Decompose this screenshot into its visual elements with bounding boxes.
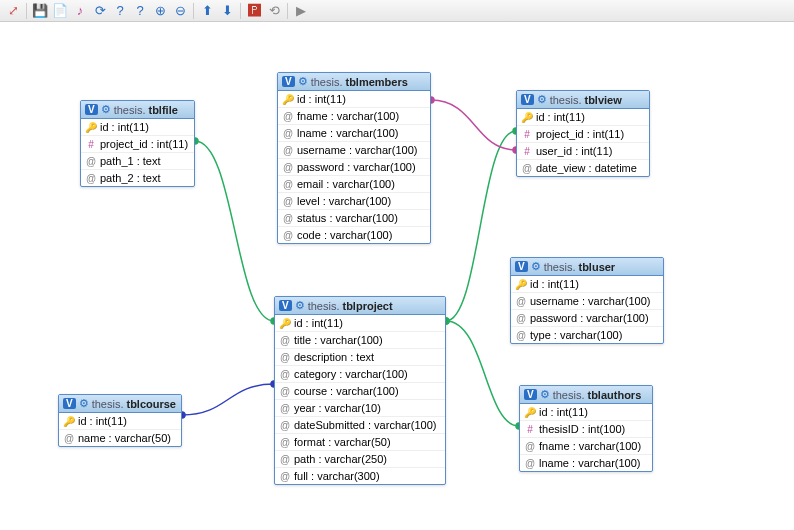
column-row[interactable]: @format : varchar(50) (275, 434, 445, 451)
toolbar-separator (193, 3, 194, 19)
table-name: tblproject (342, 300, 392, 312)
column-row[interactable]: #user_id : int(11) (517, 143, 649, 160)
toolbar: ⤢💾📄♪⟳??⊕⊖⬆⬇🅿⟲▶ (0, 0, 794, 22)
column-row[interactable]: @status : varchar(100) (278, 210, 430, 227)
v-badge-icon: V (282, 76, 295, 87)
schema-label: thesis. (114, 104, 146, 116)
open-icon[interactable]: ⬆ (198, 2, 216, 20)
column-row[interactable]: @course : varchar(100) (275, 383, 445, 400)
column-row[interactable]: @description : text (275, 349, 445, 366)
gear-icon[interactable]: ⚙ (295, 299, 305, 312)
table-header[interactable]: V⚙thesis.tblmembers (278, 73, 430, 91)
column-row[interactable]: @fname : varchar(100) (278, 108, 430, 125)
zoom-out-icon[interactable]: ⊖ (171, 2, 189, 20)
table-tblfile[interactable]: V⚙thesis.tblfile🔑id : int(11)#project_id… (80, 100, 195, 187)
gear-icon[interactable]: ⚙ (298, 75, 308, 88)
gear-icon[interactable]: ⚙ (540, 388, 550, 401)
table-tblproject[interactable]: V⚙thesis.tblproject🔑id : int(11)@title :… (274, 296, 446, 485)
pdf-icon[interactable]: 🅿 (245, 2, 263, 20)
table-tblview[interactable]: V⚙thesis.tblview🔑id : int(11)#project_id… (516, 90, 650, 177)
column-row[interactable]: @email : varchar(100) (278, 176, 430, 193)
script-icon[interactable]: ♪ (71, 2, 89, 20)
column-type-icon: @ (86, 156, 96, 167)
help-icon[interactable]: ? (111, 2, 129, 20)
column-type-icon: @ (283, 162, 293, 173)
table-header[interactable]: V⚙thesis.tblview (517, 91, 649, 109)
column-row[interactable]: 🔑id : int(11) (59, 413, 181, 430)
column-type-icon: @ (280, 437, 290, 448)
column-row[interactable]: @category : varchar(100) (275, 366, 445, 383)
table-header[interactable]: V⚙thesis.tblauthors (520, 386, 652, 404)
table-tbluser[interactable]: V⚙thesis.tbluser🔑id : int(11)@username :… (510, 257, 664, 344)
column-row[interactable]: @lname : varchar(100) (520, 455, 652, 471)
column-row[interactable]: 🔑id : int(11) (275, 315, 445, 332)
gear-icon[interactable]: ⚙ (101, 103, 111, 116)
column-type-icon: # (86, 139, 96, 150)
column-type-icon: @ (280, 454, 290, 465)
column-row[interactable]: @fname : varchar(100) (520, 438, 652, 455)
download-icon[interactable]: ⬇ (218, 2, 236, 20)
diagram-canvas[interactable]: V⚙thesis.tblfile🔑id : int(11)#project_id… (0, 22, 794, 530)
help2-icon[interactable]: ? (131, 2, 149, 20)
table-header[interactable]: V⚙thesis.tblcourse (59, 395, 181, 413)
table-tblmembers[interactable]: V⚙thesis.tblmembers🔑id : int(11)@fname :… (277, 72, 431, 244)
column-row[interactable]: @dateSubmitted : varchar(100) (275, 417, 445, 434)
sync-icon[interactable]: ⟲ (265, 2, 283, 20)
column-row[interactable]: @year : varchar(10) (275, 400, 445, 417)
expand-icon[interactable]: ⤢ (4, 2, 22, 20)
column-type-icon: @ (280, 369, 290, 380)
column-type-icon: 🔑 (86, 122, 96, 133)
column-row[interactable]: @password : varchar(100) (511, 310, 663, 327)
document-icon[interactable]: 📄 (51, 2, 69, 20)
save-icon[interactable]: 💾 (31, 2, 49, 20)
table-header[interactable]: V⚙thesis.tbluser (511, 258, 663, 276)
column-row[interactable]: @path : varchar(250) (275, 451, 445, 468)
column-row[interactable]: @path_2 : text (81, 170, 194, 186)
gear-icon[interactable]: ⚙ (79, 397, 89, 410)
column-type-icon: 🔑 (283, 94, 293, 105)
column-row[interactable]: @level : varchar(100) (278, 193, 430, 210)
table-header[interactable]: V⚙thesis.tblproject (275, 297, 445, 315)
gear-icon[interactable]: ⚙ (537, 93, 547, 106)
column-row[interactable]: @password : varchar(100) (278, 159, 430, 176)
column-row[interactable]: @name : varchar(50) (59, 430, 181, 446)
zoom-in-icon[interactable]: ⊕ (151, 2, 169, 20)
column-row[interactable]: #project_id : int(11) (517, 126, 649, 143)
column-def: project_id : int(11) (536, 128, 624, 140)
column-row[interactable]: @code : varchar(100) (278, 227, 430, 243)
column-row[interactable]: @username : varchar(100) (511, 293, 663, 310)
relation-line (182, 384, 274, 415)
column-row[interactable]: @path_1 : text (81, 153, 194, 170)
column-row[interactable]: @title : varchar(100) (275, 332, 445, 349)
next-icon[interactable]: ▶ (292, 2, 310, 20)
column-type-icon: @ (280, 386, 290, 397)
column-type-icon: # (525, 424, 535, 435)
column-row[interactable]: 🔑id : int(11) (278, 91, 430, 108)
column-row[interactable]: @username : varchar(100) (278, 142, 430, 159)
table-header[interactable]: V⚙thesis.tblfile (81, 101, 194, 119)
schema-label: thesis. (553, 389, 585, 401)
refresh-icon[interactable]: ⟳ (91, 2, 109, 20)
column-def: format : varchar(50) (294, 436, 391, 448)
column-row[interactable]: @full : varchar(300) (275, 468, 445, 484)
column-row[interactable]: @type : varchar(100) (511, 327, 663, 343)
table-tblauthors[interactable]: V⚙thesis.tblauthors🔑id : int(11)#thesisI… (519, 385, 653, 472)
column-def: path_1 : text (100, 155, 161, 167)
column-row[interactable]: 🔑id : int(11) (517, 109, 649, 126)
table-tblcourse[interactable]: V⚙thesis.tblcourse🔑id : int(11)@name : v… (58, 394, 182, 447)
column-type-icon: @ (280, 403, 290, 414)
column-type-icon: @ (525, 458, 535, 469)
column-row[interactable]: 🔑id : int(11) (81, 119, 194, 136)
column-def: id : int(11) (100, 121, 149, 133)
column-def: fname : varchar(100) (297, 110, 399, 122)
gear-icon[interactable]: ⚙ (531, 260, 541, 273)
column-type-icon: @ (522, 163, 532, 174)
column-row[interactable]: 🔑id : int(11) (511, 276, 663, 293)
column-row[interactable]: @lname : varchar(100) (278, 125, 430, 142)
column-row[interactable]: #project_id : int(11) (81, 136, 194, 153)
column-row[interactable]: @date_view : datetime (517, 160, 649, 176)
column-def: id : int(11) (530, 278, 579, 290)
column-def: lname : varchar(100) (297, 127, 399, 139)
column-row[interactable]: #thesisID : int(100) (520, 421, 652, 438)
column-row[interactable]: 🔑id : int(11) (520, 404, 652, 421)
